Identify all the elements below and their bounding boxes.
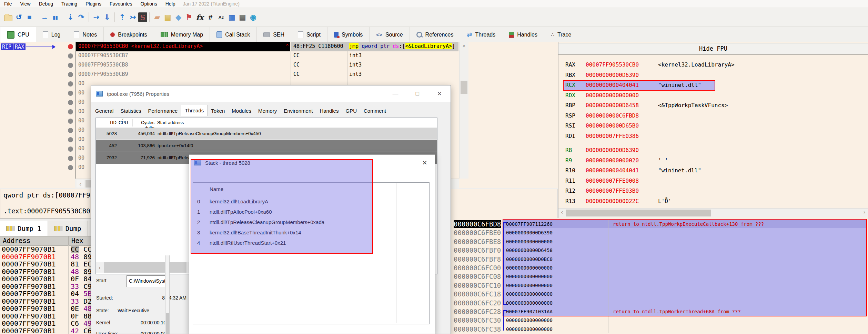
menu-file[interactable]: File — [0, 0, 16, 8]
stack-thread-window[interactable]: Stack - thread 5028 × Name 0kernel32.dll… — [189, 154, 435, 334]
stack-frame-row[interactable]: 0kernel32.dll!LoadLibraryA — [193, 196, 386, 207]
hide-fpu-button[interactable]: Hide FPU — [558, 43, 868, 55]
register-row[interactable]: RAX00007FF905530CB0<kernel32.LoadLibrary… — [558, 61, 868, 70]
strings-icon[interactable]: Az — [216, 12, 226, 23]
scrollbar-thumb[interactable] — [566, 210, 711, 216]
register-row[interactable]: RBP00000000000D6458<&TppWorkpTaskVFuncs> — [558, 102, 868, 110]
row-dot[interactable] — [68, 128, 73, 133]
stack-row[interactable]: 000000C6FC380000000000000000 — [451, 325, 868, 333]
register-row[interactable]: RSI00000000000D65B0 — [558, 122, 868, 131]
register-row[interactable]: R100000000000404041"wininet.dll" — [558, 167, 868, 175]
menu-help[interactable]: Help — [161, 0, 180, 8]
row-dot[interactable] — [68, 72, 73, 77]
internet-icon[interactable]: ◉ — [248, 12, 259, 23]
properties-tab-performance[interactable]: Performance — [144, 106, 181, 116]
menu-plugins[interactable]: Plugins — [81, 0, 105, 8]
stack-row[interactable]: 000000C6FBD800007FF907112260return to nt… — [451, 220, 868, 228]
tab-handles[interactable]: Handles — [502, 27, 544, 42]
stack-frame-row[interactable]: 4ntdll.dll!RtlUserThreadStart+0x21 — [193, 238, 386, 248]
row-dot[interactable] — [68, 100, 73, 105]
properties-tab-token[interactable]: Token — [208, 106, 228, 116]
column-header-cpu[interactable]: CPU∨ — [119, 120, 131, 125]
register-row[interactable]: RBX00000000000D6390 — [558, 72, 868, 80]
register-row[interactable]: R800000000000D6390 — [558, 147, 868, 155]
register-row[interactable]: RSP0000000000C6FBD8 — [558, 112, 868, 121]
comments-icon[interactable]: ▤ — [162, 12, 173, 23]
vertical-scrollbar[interactable] — [165, 255, 170, 334]
run-icon[interactable]: → — [39, 12, 50, 23]
tab-cpu[interactable]: CPU — [0, 27, 36, 42]
properties-tab-environment[interactable]: Environment — [280, 106, 316, 116]
tab-dump-1[interactable]: Dump 1 — [0, 221, 48, 236]
tab-script[interactable]: Script — [291, 27, 327, 42]
register-row[interactable]: R90000000000000020' ' — [558, 157, 868, 165]
row-dot[interactable] — [68, 63, 73, 68]
row-dot[interactable] — [68, 91, 73, 96]
registers-hscrollbar[interactable]: ‹ › — [558, 208, 868, 217]
tab-threads[interactable]: ⇄Threads — [460, 27, 502, 42]
functions-icon[interactable]: fx — [194, 12, 205, 23]
tab-notes[interactable]: Notes — [67, 27, 104, 42]
bookmarks-icon[interactable]: ⚑ — [184, 12, 194, 23]
tab-seh[interactable]: SEH — [257, 27, 291, 42]
stack-row[interactable]: 000000C6FC2800007FF9071031AAreturn to nt… — [451, 307, 868, 316]
registers-panel[interactable]: Hide FPU RAX00007FF905530CB0<kernel32.Lo… — [558, 42, 868, 218]
properties-tab-threads[interactable]: Threads — [181, 105, 208, 116]
thread-row[interactable]: 5028456,034ntdll.dll!TpReleaseCleanupGro… — [96, 128, 437, 140]
tab-log[interactable]: Log — [36, 27, 68, 42]
step-over-icon[interactable]: ↷ — [76, 12, 87, 23]
properties-tab-gpu[interactable]: GPU — [342, 106, 360, 116]
graph-icon[interactable]: ▥ — [226, 12, 237, 23]
column-header-start-address[interactable]: Start address — [157, 120, 350, 125]
stack-row[interactable]: 000000C6FBE80000000000000000 — [451, 237, 868, 246]
menu-view[interactable]: View — [16, 0, 35, 8]
scrollbar-thumb[interactable] — [461, 81, 467, 94]
properties-tab-modules[interactable]: Modules — [228, 106, 255, 116]
properties-tab-statistics[interactable]: Statistics — [117, 106, 144, 116]
scroll-right-icon[interactable]: › — [863, 209, 866, 215]
attach-icon[interactable]: ↣ — [128, 12, 138, 23]
scylla-icon[interactable]: S — [138, 12, 147, 22]
scroll-up-icon[interactable]: ˄ — [460, 43, 468, 49]
close-icon[interactable]: × — [420, 158, 430, 168]
properties-tab-comment[interactable]: Comment — [360, 106, 390, 116]
minimize-button[interactable]: — — [384, 85, 406, 102]
scroll-left-icon[interactable]: ‹ — [561, 209, 564, 215]
menu-options[interactable]: Options — [136, 0, 161, 8]
threads-hscrollbar[interactable]: ‹ — [96, 262, 189, 273]
step-out-icon[interactable]: ⇡ — [117, 12, 128, 23]
threads-table-header[interactable]: TIDCPU∨Cycles deltaStart address — [96, 118, 437, 128]
disassembly-row[interactable]: 00007FF905530CB7CCint3 — [0, 51, 558, 61]
pause-icon[interactable]: ▮▮ — [50, 12, 61, 23]
row-dot[interactable] — [68, 165, 73, 170]
menu-favourites[interactable]: Favourites — [105, 0, 136, 8]
hash-icon[interactable]: # — [205, 12, 216, 23]
properties-tab-handles[interactable]: Handles — [316, 106, 342, 116]
row-dot[interactable] — [68, 53, 73, 59]
menu-tracing[interactable]: Tracing — [57, 0, 81, 8]
stack-frame-row[interactable]: 1ntdll.dll!TpAllocPool+0xa60 — [193, 207, 386, 217]
stack-row[interactable]: 000000C6FC300000000000000000 — [451, 316, 868, 324]
row-dot[interactable] — [68, 137, 73, 142]
tab-source[interactable]: <>Source — [370, 27, 410, 42]
properties-tab-memory[interactable]: Memory — [255, 106, 280, 116]
properties-title-bar[interactable]: tpool.exe (7956) Properties — □ × — [91, 85, 451, 102]
properties-tab-general[interactable]: General — [92, 106, 117, 116]
register-row[interactable]: R12000000007FFE03B0 — [558, 188, 868, 196]
memory-icon[interactable]: ▦ — [237, 12, 248, 23]
stack-row[interactable]: 000000C6FBF000000000000D6458 — [451, 246, 868, 254]
breakpoint-dot[interactable] — [68, 44, 73, 49]
stop-icon[interactable]: ■ — [24, 12, 35, 23]
stack-row[interactable]: 000000C6FBE000000000000D6390 — [451, 228, 868, 237]
stack-row[interactable]: 000000C6FBF800000000000D0BC0 — [451, 255, 868, 263]
row-dot[interactable] — [68, 119, 73, 124]
stack-row[interactable]: 000000C6FC100000000000000000 — [451, 281, 868, 290]
step-into-icon[interactable]: ⇣ — [65, 12, 76, 23]
thread-row[interactable]: 452103,866tpool.exe+0x14f0 — [96, 140, 437, 152]
tab-symbols[interactable]: Symbols — [327, 27, 370, 42]
labels-icon[interactable]: ◆ — [173, 12, 184, 23]
stack-row[interactable]: 000000C6FC180000000000000000 — [451, 290, 868, 298]
stack-row[interactable]: 000000C6FC200000000000000000 — [451, 298, 868, 307]
stack-window-title-bar[interactable]: Stack - thread 5028 — [189, 155, 435, 171]
maximize-button[interactable]: □ — [406, 85, 428, 102]
